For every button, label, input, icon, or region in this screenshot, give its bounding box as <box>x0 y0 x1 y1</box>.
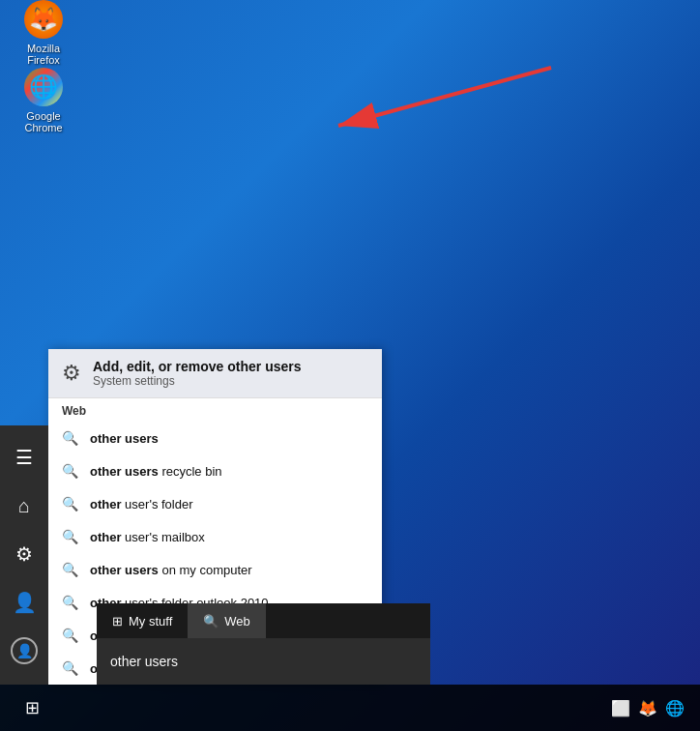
search-icon: 🔍 <box>62 628 78 643</box>
mystuff-label: My stuff <box>129 614 172 629</box>
firefox-label: Mozilla Firefox <box>10 43 77 66</box>
list-item[interactable]: 🔍 other user's folder <box>48 487 382 520</box>
top-result-bold: other users <box>227 359 301 374</box>
sidebar-item-hamburger[interactable]: ☰ <box>0 433 48 482</box>
list-item[interactable]: 🔍 other users recycle bin <box>48 454 382 487</box>
search-icon: 🔍 <box>62 430 78 446</box>
taskbar-firefox-icon[interactable]: 🦊 <box>638 699 657 717</box>
sidebar-item-user[interactable]: 👤 <box>0 627 48 675</box>
search-tabs: ⊞ My stuff 🔍 Web <box>97 603 430 638</box>
chrome-icon: 🌐 <box>24 68 63 106</box>
people-icon: 👤 <box>13 591 37 614</box>
item-text: other user's folder <box>90 497 193 512</box>
search-dropdown: ⚙ Add, edit, or remove other users Syste… <box>48 349 382 685</box>
item-text: other users on my computer <box>90 563 252 577</box>
desktop-icon-firefox[interactable]: 🦊 Mozilla Firefox <box>10 0 77 66</box>
list-item[interactable]: 🔍 other users on my computer <box>48 553 382 586</box>
top-result-title: Add, edit, or remove other users <box>93 359 302 374</box>
taskbar-chrome-icon[interactable]: 🌐 <box>665 699 685 717</box>
search-icon: 🔍 <box>62 529 78 544</box>
web-search-icon: 🔍 <box>203 614 219 629</box>
top-result[interactable]: ⚙ Add, edit, or remove other users Syste… <box>48 349 382 398</box>
home-icon: ⌂ <box>18 495 30 517</box>
chrome-label: Google Chrome <box>10 110 77 133</box>
search-icon: 🔍 <box>62 496 78 512</box>
settings-icon: ⚙ <box>15 542 33 566</box>
item-text: other user's mailbox <box>90 530 205 544</box>
web-label: Web <box>224 614 250 629</box>
top-result-prefix: Add, edit, or remove <box>93 359 227 374</box>
windows-start-icon: ⊞ <box>25 697 40 718</box>
taskbar-right: ⬜ 🦊 🌐 <box>611 699 692 717</box>
desktop: 🦊 Mozilla Firefox 🌐 Google Chrome ☰ ⌂ ⚙ … <box>0 0 700 731</box>
top-result-text: Add, edit, or remove other users System … <box>93 359 302 388</box>
windows-icon: ⊞ <box>112 614 123 629</box>
sidebar-item-people[interactable]: 👤 <box>0 578 48 627</box>
taskbar-notifications-icon[interactable]: ⬜ <box>611 699 630 717</box>
list-item[interactable]: 🔍 other user's mailbox <box>48 520 382 553</box>
sidebar-item-settings[interactable]: ⚙ <box>0 530 48 578</box>
gear-icon: ⚙ <box>62 361 81 386</box>
search-icon: 🔍 <box>62 463 78 479</box>
start-button[interactable]: ⊞ <box>8 685 56 731</box>
taskbar: ⊞ ⬜ 🦊 🌐 <box>0 685 700 731</box>
user-circle-icon: 👤 <box>11 637 38 664</box>
item-text: other users <box>90 431 159 446</box>
hamburger-icon: ☰ <box>15 446 33 469</box>
item-text: other users recycle bin <box>90 464 222 479</box>
red-arrow <box>280 63 561 140</box>
search-input-bar <box>97 638 430 685</box>
firefox-icon: 🦊 <box>24 0 63 39</box>
svg-line-1 <box>338 68 551 126</box>
web-section-label: Web <box>48 398 382 422</box>
desktop-icon-chrome[interactable]: 🌐 Google Chrome <box>10 68 77 133</box>
tab-web[interactable]: 🔍 Web <box>188 603 266 638</box>
search-icon: 🔍 <box>62 660 78 676</box>
top-result-subtitle: System settings <box>93 374 302 388</box>
sidebar-item-home[interactable]: ⌂ <box>0 482 48 530</box>
list-item[interactable]: 🔍 other users <box>48 422 382 454</box>
sidebar: ☰ ⌂ ⚙ 👤 👤 <box>0 425 48 685</box>
tab-mystuff[interactable]: ⊞ My stuff <box>97 603 188 638</box>
search-icon: 🔍 <box>62 595 78 610</box>
search-input[interactable] <box>110 654 417 669</box>
search-icon: 🔍 <box>62 562 78 577</box>
